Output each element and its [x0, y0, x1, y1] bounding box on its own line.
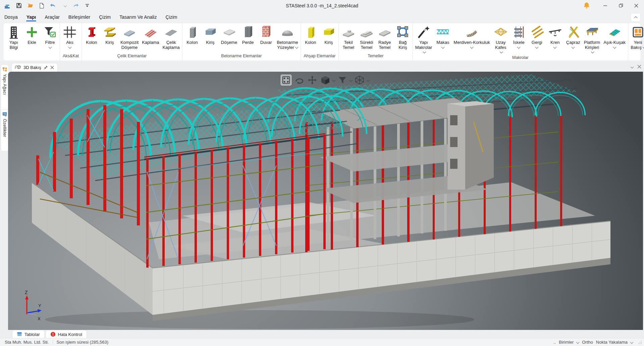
ribbon-item-bag-kiris[interactable]: Bağ Kiriş — [394, 24, 412, 50]
chevron-down-icon[interactable] — [441, 45, 444, 49]
chevron-down-icon[interactable] — [68, 45, 71, 49]
minimize-button[interactable] — [598, 0, 613, 11]
ribbon-item-aks[interactable]: Aks — [61, 24, 79, 48]
menu-tab-yapi[interactable]: Yapı — [22, 12, 41, 22]
chevron-down-icon[interactable] — [367, 78, 370, 82]
ribbon-item-celik-kaplama[interactable]: Çelik Kaplama — [161, 24, 181, 50]
menu-tab-cizim-2[interactable]: Çizim — [161, 12, 181, 22]
document-area: 3D Bakış Yapı Ağacı Özellikler — [0, 61, 644, 346]
menu-tab-cizim-1[interactable]: Çizim — [95, 12, 115, 22]
ribbon-item-yeni-bakis[interactable]: Yeni Bakış — [629, 24, 644, 50]
chevron-down-icon[interactable] — [517, 45, 521, 49]
ribbon-item-ahsap-kiris[interactable]: Kiriş — [320, 24, 338, 45]
ribbon-item-betonarme-yuzeyler[interactable]: Betonarme Yüzeyler — [275, 24, 300, 50]
resize-grip[interactable] — [638, 340, 642, 344]
close-all-icon[interactable] — [637, 65, 641, 69]
ribbon-item-surekli-temel[interactable]: Sürekli Temel — [358, 24, 376, 50]
add-icon — [24, 25, 39, 40]
render-mode-button[interactable] — [354, 74, 365, 86]
axis-triad: Z Y X — [25, 290, 42, 321]
pan-button[interactable] — [307, 74, 318, 86]
ribbon-item-tekil-temel[interactable]: Tekil Temel — [339, 24, 358, 50]
ribbon-item-yapi-bilgi[interactable]: Yapı Bilgi — [5, 24, 23, 50]
pin-icon[interactable] — [44, 65, 48, 70]
ribbon-item-yapi-makrolar[interactable]: Yapı Makrolar — [414, 24, 434, 55]
viewport-3d[interactable]: Z Y X — [8, 72, 643, 330]
ribbon-item-betonarme-kolon[interactable]: Kolon — [183, 24, 201, 45]
chevron-down-icon[interactable] — [332, 78, 336, 82]
axis-z-label: Z — [25, 290, 28, 295]
ribbon-item-capraz[interactable]: Çapraz — [564, 24, 582, 48]
ribbon-item-filtre[interactable]: Filtre — [41, 24, 59, 48]
chevron-down-icon[interactable] — [295, 45, 298, 49]
restore-button[interactable] — [613, 0, 629, 11]
chevron-down-icon[interactable] — [591, 50, 594, 54]
zoom-extents-button[interactable] — [280, 74, 292, 86]
chevron-down-icon[interactable] — [48, 45, 52, 49]
menu-tab-araclar[interactable]: Araçlar — [40, 12, 64, 22]
ribbon-item-asik-kusak[interactable]: Aşık-Kuşak — [602, 24, 627, 48]
ortho-toggle[interactable]: Ortho — [582, 340, 593, 345]
composite-slab-icon — [122, 25, 137, 40]
customize-toolbar-button[interactable] — [84, 2, 91, 9]
view-cube-button[interactable] — [320, 74, 331, 86]
chevron-down-icon[interactable] — [642, 45, 644, 49]
chevron-down-icon[interactable] — [350, 78, 353, 82]
notification-bell-icon[interactable] — [583, 2, 590, 9]
sidebar-tab-ozellikler[interactable]: Özellikler — [1, 109, 9, 151]
save-button[interactable] — [15, 2, 22, 9]
ribbon-item-celik-kiris[interactable]: Kiriş — [101, 24, 119, 45]
display-filter-button[interactable] — [337, 74, 348, 86]
ribbon-item-radye-temel[interactable]: Radye Temel — [376, 24, 394, 50]
ribbon-item-uzay-kafes[interactable]: Uzay Kafes — [492, 24, 510, 55]
menu-tab-birlesimler[interactable]: Birleşimler — [64, 12, 95, 22]
quick-access-toolbar — [0, 2, 91, 9]
ribbon-item-merdiven-korkuluk[interactable]: Merdiven-Korkuluk — [452, 24, 491, 48]
ribbon-item-makas[interactable]: Makas — [434, 24, 452, 48]
chevron-down-icon[interactable] — [576, 341, 580, 344]
chevron-down-icon[interactable] — [613, 45, 616, 49]
collapse-ribbon-button[interactable] — [631, 13, 641, 22]
cross-brace-icon — [566, 25, 581, 40]
chevron-down-icon[interactable] — [553, 45, 557, 49]
undo-history-chevron-icon[interactable] — [61, 2, 68, 9]
tab-list-chevron-icon[interactable] — [631, 65, 634, 68]
chevron-down-icon[interactable] — [572, 45, 575, 49]
redo-button[interactable] — [72, 2, 79, 9]
ribbon-item-duvar[interactable]: Duvar — [257, 24, 275, 45]
bottom-tab-hata-kontrol[interactable]: Hata Kontrol — [46, 330, 87, 338]
ribbon-item-gergi[interactable]: Gergi — [528, 24, 546, 48]
chevron-down-icon[interactable] — [470, 45, 474, 49]
chevron-down-icon[interactable] — [500, 50, 503, 54]
view-tab-3d-bakis[interactable]: 3D Bakış — [11, 63, 58, 72]
ribbon-item-celik-kolon[interactable]: Kolon — [83, 24, 101, 45]
orbit-button[interactable] — [293, 74, 305, 86]
menu-tab-tasarim-ve-analiz[interactable]: Tasarım Ve Analiz — [115, 12, 161, 22]
ribbon-item-ekle[interactable]: Ekle — [23, 24, 41, 45]
ribbon-item-betonarme-kiris[interactable]: Kiriş — [201, 24, 219, 45]
ribbon-group-temeller: Tekil Temel Sürekli Temel Radye Temel Ba… — [339, 23, 413, 61]
units-button[interactable]: Birimler — [559, 340, 574, 345]
ribbon-item-ahsap-kolon[interactable]: Kolon — [302, 24, 320, 45]
chevron-down-icon[interactable] — [423, 50, 426, 54]
open-file-button[interactable] — [27, 2, 34, 9]
snap-button[interactable]: Nokta Yakalama — [596, 340, 628, 345]
close-tab-icon[interactable] — [50, 66, 54, 69]
ribbon-item-platform-kirisleri[interactable]: Platform Kirişleri — [582, 24, 602, 55]
ribbon-item-perde[interactable]: Perde — [239, 24, 257, 45]
close-button[interactable] — [629, 0, 644, 11]
bottom-tab-tablolar[interactable]: Tablolar — [12, 330, 45, 338]
ribbon-item-kaplama[interactable]: Kaplama — [140, 24, 161, 45]
undo-button[interactable] — [50, 2, 56, 9]
chevron-down-icon[interactable] — [630, 341, 634, 344]
wall-icon — [259, 25, 273, 40]
chevron-down-icon[interactable] — [535, 45, 539, 49]
ribbon-item-iskele[interactable]: İskele — [510, 24, 528, 48]
menu-tab-dosya[interactable]: Dosya — [0, 12, 22, 22]
ribbon-item-doseme[interactable]: Döşeme — [219, 24, 239, 45]
ribbon-item-kren[interactable]: Kren — [546, 24, 564, 48]
timber-column-icon — [303, 25, 318, 40]
sidebar-tab-yapi-agaci[interactable]: Yapı Ağacı — [1, 64, 9, 112]
new-file-button[interactable] — [38, 2, 45, 9]
ribbon-item-kompozit-doseme[interactable]: Kompozit Döşeme — [119, 24, 140, 50]
